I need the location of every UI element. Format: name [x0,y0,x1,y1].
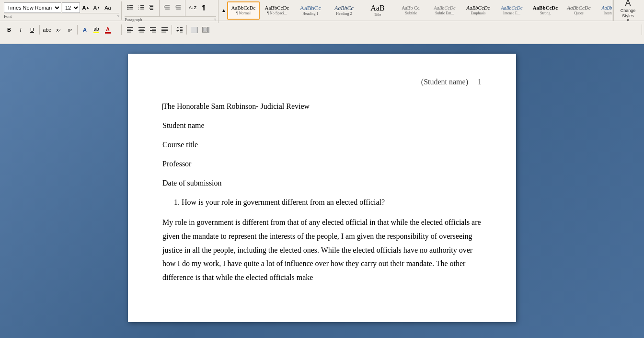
date-text: Date of submission [162,179,222,187]
shading-btn[interactable] [189,24,199,35]
show-formatting-btn[interactable]: ¶ [198,2,209,13]
svg-rect-14 [149,8,153,9]
svg-rect-1 [129,5,133,6]
svg-rect-30 [138,30,145,31]
bullets-btn[interactable] [125,2,135,13]
justify-btn[interactable] [159,24,170,35]
page-header: (Student name) 1 [162,78,482,86]
svg-rect-47 [197,27,198,33]
doc-professor[interactable]: Professor [162,158,482,170]
doc-title[interactable]: The Honorable Sam Robinson- Judicial Rev… [162,101,482,112]
numbered-list-ol: How is your role in government different… [177,197,482,208]
svg-rect-39 [161,32,166,33]
svg-rect-45 [180,32,183,33]
text-effects-btn[interactable]: A [80,24,90,35]
style-quote[interactable]: AaBbCcDc Quote [563,1,595,20]
style-subemph[interactable]: AaBbCcDc Subtle Em... [428,1,461,20]
document-content: The Honorable Sam Robinson- Judicial Rev… [162,101,482,285]
font-name-select[interactable]: Times New Roman [4,2,61,13]
student-name-header: (Student name) [421,78,468,86]
doc-student-name[interactable]: Student name [162,120,482,131]
change-styles-label: ChangeStyles [621,8,636,19]
svg-marker-17 [164,6,165,8]
subscript-btn[interactable]: x2 [53,24,64,35]
align-right-btn[interactable] [148,24,158,35]
decrease-indent-btn[interactable] [161,2,172,13]
align-center-btn[interactable] [136,24,147,35]
italic-btn[interactable]: I [15,24,26,35]
style-nospace[interactable]: AaBbCcDc ¶ No Spaci... [261,1,293,20]
numbering-btn[interactable]: 1.2.3. [136,2,146,13]
strikethrough-btn[interactable]: abc [42,24,52,35]
increase-indent-btn[interactable] [172,2,183,13]
style-title[interactable]: AaB Title [361,1,394,20]
svg-rect-43 [180,29,183,30]
doc-body-paragraph[interactable]: My role in government is different from … [162,216,482,285]
grow-font-btn[interactable]: A▲ [80,2,91,13]
style-intenseq[interactable]: AaBbCcDc Intense Q... [596,1,612,20]
list-item[interactable]: How is your role in government different… [182,197,482,208]
font-expand-icon[interactable]: ▿ [117,14,119,18]
svg-rect-25 [127,29,131,30]
svg-rect-23 [176,9,181,10]
document-page[interactable]: (Student name) 1 The Honorable Sam Robin… [128,54,516,322]
style-h2[interactable]: AaBbCc Heading 2 [328,1,360,20]
gallery-scroll-up[interactable]: ▲ [221,0,226,21]
svg-rect-49 [203,28,207,31]
align-left-btn[interactable] [125,24,135,35]
document-area: (Student name) 1 The Honorable Sam Robin… [0,44,644,338]
svg-marker-41 [176,30,179,32]
line-spacing-btn[interactable] [174,24,184,35]
svg-rect-24 [127,27,133,28]
svg-rect-27 [127,32,131,33]
svg-rect-16 [165,5,170,6]
svg-rect-12 [149,5,153,6]
svg-rect-50 [207,27,209,33]
font-color-btn[interactable]: A [103,24,113,35]
change-styles-icon: A [625,0,631,8]
toolbar: Times New Roman 12 A▲ A▼ Aa Font ▿ [0,0,644,44]
svg-rect-9 [140,7,144,8]
style-strong[interactable]: AaBbCcDc Strong [529,1,562,20]
svg-rect-11 [140,9,144,10]
style-intense[interactable]: AaBbCcDc Intense E... [495,1,528,20]
svg-rect-37 [161,29,168,30]
style-subtitle[interactable]: AaBb Cc. Subtitle [395,1,427,20]
question-1-text: How is your role in government different… [182,198,385,206]
svg-rect-34 [150,30,156,31]
svg-rect-33 [152,29,156,30]
underline-btn[interactable]: U [27,24,37,35]
svg-text:3.: 3. [138,8,139,11]
svg-rect-31 [139,32,144,33]
professor-text: Professor [162,160,191,168]
svg-rect-35 [152,32,156,33]
change-case-btn[interactable]: Aa [103,2,113,13]
text-highlight-btn[interactable]: ab [91,24,102,35]
font-size-select[interactable]: 12 [62,2,80,13]
page-number: 1 [478,78,482,86]
svg-rect-20 [176,5,181,6]
multilevel-btn[interactable] [147,2,157,13]
doc-numbered-list: How is your role in government different… [162,197,482,208]
svg-rect-15 [150,9,153,10]
svg-rect-26 [127,30,133,31]
shrink-font-btn[interactable]: A▼ [92,2,102,13]
doc-date[interactable]: Date of submission [162,177,482,189]
superscript-btn[interactable]: x2 [65,24,75,35]
svg-rect-36 [161,27,168,28]
style-h1[interactable]: AaBbCc Heading 1 [294,1,327,20]
course-title-text: Course title [162,140,198,149]
style-emphasis[interactable]: AaBbCcDc Emphasis [462,1,494,20]
svg-rect-5 [129,9,133,10]
svg-rect-13 [150,6,153,7]
style-normal[interactable]: AaBbCcDc ¶ Normal [227,1,260,20]
svg-marker-21 [175,6,176,8]
bold-btn[interactable]: B [4,24,14,35]
sort-btn[interactable]: A↓Z [187,2,198,13]
svg-rect-44 [180,30,183,31]
doc-course-title[interactable]: Course title [162,139,482,151]
borders-btn[interactable] [200,24,211,35]
svg-rect-46 [191,27,197,33]
font-section-label: Font [4,14,12,19]
change-styles-button[interactable]: A ChangeStyles ▼ [613,0,642,21]
